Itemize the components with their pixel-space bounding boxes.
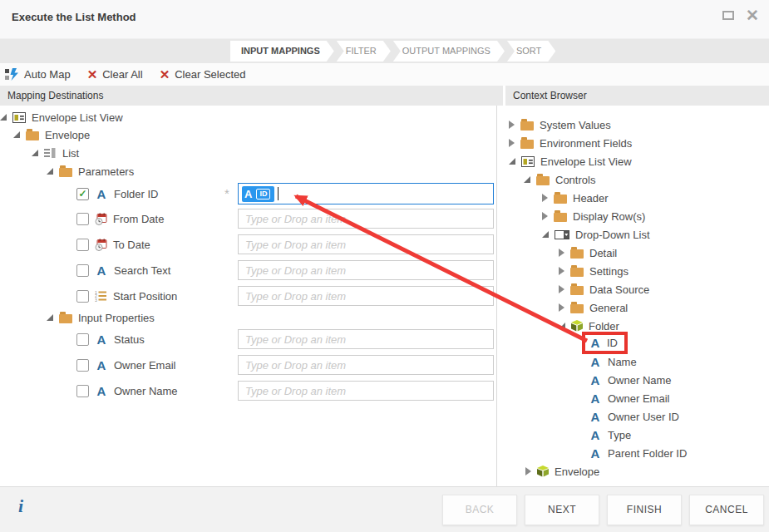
collapse-icon[interactable] (542, 212, 548, 220)
collapse-icon[interactable] (559, 249, 564, 257)
auto-map-button[interactable]: Auto Map (5, 68, 71, 81)
checkbox-search-text[interactable] (76, 264, 89, 277)
expand-icon[interactable] (47, 168, 53, 175)
context-item-header[interactable]: Header (542, 190, 609, 206)
mapping-item-list[interactable]: List (32, 145, 79, 161)
context-item-envelope[interactable]: Envelope (525, 463, 599, 480)
text-type-icon: A (589, 336, 602, 350)
context-item-parent-folder-id[interactable]: A Parent Folder ID (589, 445, 687, 461)
search-text-input[interactable] (238, 260, 494, 280)
context-item-data-source[interactable]: Data Source (559, 281, 649, 298)
expand-icon[interactable] (32, 150, 38, 156)
tree-label: Header (573, 192, 609, 204)
text-type-icon: A (589, 446, 602, 461)
expand-icon[interactable] (524, 176, 530, 183)
context-item-owner-user-id[interactable]: A Owner User ID (589, 408, 679, 425)
context-item-settings[interactable]: Settings (559, 263, 629, 279)
maximize-icon[interactable] (722, 11, 734, 20)
close-icon[interactable]: ✕ (746, 9, 759, 22)
checkbox-owner-email[interactable] (76, 359, 89, 372)
text-type-icon: A (589, 355, 602, 369)
checkbox-owner-name[interactable] (76, 385, 89, 397)
clear-selected-button[interactable]: ✕ Clear Selected (160, 68, 246, 81)
execute-list-method-dialog: Execute the List Method ✕ INPUT MAPPINGS… (0, 0, 769, 532)
checkbox-start-position[interactable] (76, 290, 89, 303)
tab-output-mappings[interactable]: OUTPUT MAPPINGS (393, 41, 505, 62)
collapse-icon[interactable] (525, 467, 531, 475)
context-item-drop-down-list[interactable]: Drop-Down List (542, 226, 650, 243)
collapse-icon[interactable] (559, 303, 564, 312)
param-row-search-text: A Search Text (0, 260, 503, 280)
checkbox-from-date[interactable] (76, 213, 89, 225)
context-item-owner-email[interactable]: A Owner Email (589, 390, 669, 406)
param-row-from-date: From Date (0, 209, 503, 229)
expand-icon[interactable] (559, 323, 565, 329)
expand-icon[interactable] (0, 114, 7, 121)
expand-icon[interactable] (509, 158, 515, 165)
tree-label: Input Properties (78, 312, 155, 324)
finish-button[interactable]: FINISH (607, 495, 682, 525)
tree-label: Owner User ID (608, 411, 679, 423)
tree-label: Owner Email (608, 392, 669, 405)
context-item-environment-fields[interactable]: Environment Fields (509, 135, 632, 151)
context-item-owner-name[interactable]: A Owner Name (589, 372, 672, 388)
mapping-item-input-properties[interactable]: Input Properties (47, 309, 155, 326)
clear-all-button[interactable]: ✕ Clear All (87, 68, 143, 81)
param-label: Folder ID (114, 188, 158, 200)
context-item-type[interactable]: A Type (589, 426, 631, 443)
context-item-system-values[interactable]: System Values (509, 116, 611, 133)
info-icon[interactable]: i (18, 495, 23, 517)
tree-label: Envelope List View (540, 155, 632, 168)
mapped-id-chip[interactable]: A ID (242, 186, 274, 202)
tab-input-mappings[interactable]: INPUT MAPPINGS (230, 41, 334, 62)
param-label: From Date (113, 213, 164, 225)
mapping-item-envelope-list-view[interactable]: Envelope List View (0, 109, 123, 126)
checkbox-folder-id[interactable]: ✓ (76, 188, 89, 200)
checkbox-status[interactable] (76, 333, 89, 346)
expand-icon[interactable] (13, 131, 20, 138)
start-position-input[interactable] (238, 286, 494, 306)
context-item-envelope-list-view[interactable]: Envelope List View (509, 153, 632, 170)
owner-email-input[interactable] (238, 355, 494, 375)
collapse-icon[interactable] (542, 194, 548, 202)
context-item-detail[interactable]: Detail (559, 244, 617, 261)
folder-icon (554, 213, 567, 222)
param-row-status: A Status (0, 329, 503, 349)
mapping-toolbar: Auto Map ✕ Clear All ✕ Clear Selected (0, 63, 769, 86)
tree-label: Parameters (78, 165, 134, 178)
clear-selected-label: Clear Selected (175, 68, 245, 81)
tab-filter[interactable]: FILTER (337, 41, 391, 62)
collapse-icon[interactable] (509, 121, 515, 129)
checkbox-to-date[interactable] (76, 239, 89, 251)
tree-label: Drop-Down List (575, 229, 650, 241)
dropdown-control-icon (555, 230, 569, 239)
expand-icon[interactable] (542, 231, 549, 238)
svg-text:3: 3 (95, 298, 97, 302)
text-type-icon: A (95, 264, 108, 278)
collapse-icon[interactable] (559, 285, 564, 293)
folder-id-input[interactable]: A ID (238, 183, 494, 204)
status-input[interactable] (238, 329, 494, 349)
mapping-item-envelope[interactable]: Envelope (13, 126, 90, 143)
to-date-input[interactable] (238, 234, 494, 254)
collapse-icon[interactable] (509, 139, 515, 147)
mapping-item-parameters[interactable]: Parameters (47, 163, 134, 180)
expand-icon[interactable] (47, 314, 53, 321)
param-row-start-position: 123 Start Position (0, 286, 503, 306)
context-item-display-rows[interactable]: Display Row(s) (542, 208, 645, 224)
param-row-to-date: To Date (0, 234, 503, 254)
from-date-input[interactable] (238, 209, 494, 229)
param-row-folder-id: ✓ A Folder ID * A ID (0, 183, 503, 204)
tab-sort[interactable]: SORT (507, 41, 555, 62)
cancel-button[interactable]: CANCEL (689, 495, 764, 525)
context-item-controls[interactable]: Controls (524, 171, 595, 188)
context-item-name[interactable]: A Name (589, 353, 637, 370)
context-item-general[interactable]: General (559, 299, 628, 316)
param-row-owner-email: A Owner Email (0, 355, 503, 375)
collapse-icon[interactable] (559, 267, 564, 275)
owner-name-input[interactable] (238, 381, 494, 401)
next-button[interactable]: NEXT (525, 495, 599, 525)
back-button[interactable]: BACK (442, 495, 517, 525)
context-item-id-highlighted[interactable]: A ID (582, 332, 628, 354)
tree-label: ID (607, 337, 618, 349)
